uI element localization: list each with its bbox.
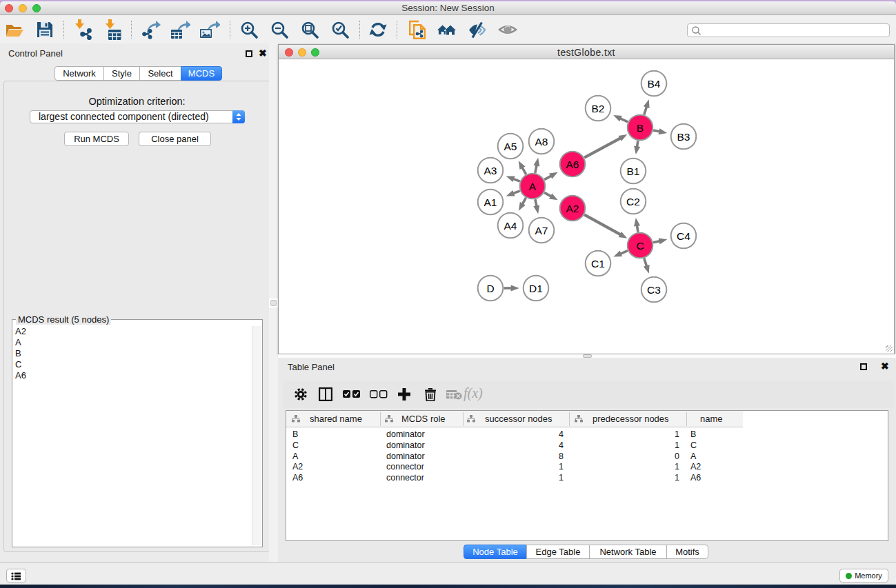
svg-text:A1: A1	[484, 196, 497, 208]
svg-text:D: D	[486, 283, 494, 294]
svg-text:B2: B2	[592, 103, 605, 114]
svg-text:C1: C1	[591, 258, 605, 270]
svg-text:B4: B4	[648, 78, 661, 90]
svg-text:A8: A8	[535, 136, 548, 148]
svg-text:C3: C3	[647, 284, 661, 296]
svg-text:A3: A3	[484, 165, 497, 176]
svg-text:B1: B1	[627, 165, 640, 177]
svg-text:C2: C2	[626, 196, 640, 207]
svg-text:A6: A6	[566, 159, 579, 170]
svg-text:C4: C4	[677, 230, 690, 242]
svg-text:A: A	[529, 181, 537, 192]
svg-text:B: B	[637, 122, 644, 134]
svg-text:A4: A4	[504, 220, 517, 232]
svg-text:A2: A2	[566, 203, 579, 214]
svg-text:A7: A7	[535, 225, 548, 236]
svg-text:A5: A5	[504, 141, 517, 152]
svg-text:B3: B3	[677, 131, 690, 143]
svg-text:D1: D1	[529, 283, 543, 294]
svg-text:C: C	[636, 240, 644, 252]
